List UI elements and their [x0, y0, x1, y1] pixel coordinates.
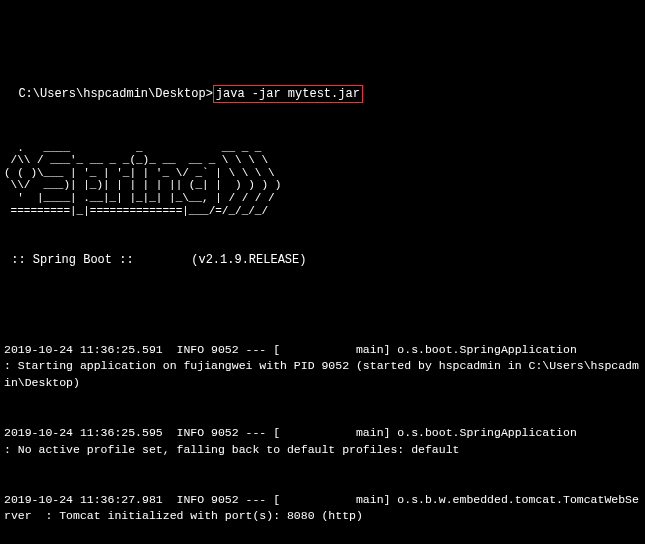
command-highlighted: java -jar mytest.jar: [213, 85, 363, 103]
command-prompt-line[interactable]: C:\Users\hspcadmin\Desktop>java -jar myt…: [4, 69, 641, 103]
log-line: 2019-10-24 11:36:25.595 INFO 9052 --- [ …: [4, 425, 641, 458]
spring-boot-ascii-art: . ____ _ __ _ _ /\\ / ___'_ __ _ _(_)_ _…: [4, 142, 641, 218]
log-output: 2019-10-24 11:36:25.591 INFO 9052 --- [ …: [4, 308, 641, 544]
log-line: 2019-10-24 11:36:27.981 INFO 9052 --- [ …: [4, 492, 641, 525]
spring-boot-banner: :: Spring Boot :: (v2.1.9.RELEASE): [4, 252, 641, 268]
prompt-path: C:\Users\hspcadmin\Desktop>: [18, 87, 212, 101]
log-line: 2019-10-24 11:36:25.591 INFO 9052 --- [ …: [4, 342, 641, 392]
